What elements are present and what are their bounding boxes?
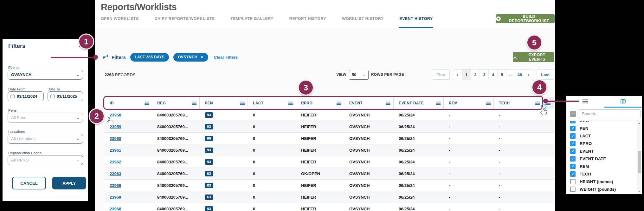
records-count-unit: RECORDS [115,72,136,77]
pagination-page-1[interactable]: 1 [462,69,471,80]
pen-badge: 93 [205,148,213,153]
export-events-button[interactable]: EXPORT EVENTS [513,52,554,62]
page-title: Reports/Worklists [101,2,177,12]
column-menu-icon[interactable] [535,102,540,105]
column-option-pen[interactable]: ✓PEN [570,124,637,132]
checkbox-checked[interactable]: ✓ [570,156,576,162]
column-menu-icon[interactable] [288,102,293,105]
column-option-rem[interactable]: ✓REM [570,162,637,170]
column-option-height-inches[interactable]: HEIGHT (inches) [570,178,637,185]
column-menu-icon[interactable] [386,102,390,105]
column-header-label: REM [449,101,458,105]
scrollbar-thumb[interactable] [638,151,641,173]
checkbox-checked[interactable]: ✓ [570,133,576,139]
pens-select[interactable]: All Pens ⌄ [8,113,83,122]
table-row: 23963840003205769...630OK/OPENOVSYNCH06/… [105,168,554,180]
animal-id-link[interactable]: 23963 [110,171,121,176]
events-select[interactable]: OVSYNCH ⌄ [8,70,83,80]
column-option-rpro[interactable]: ✓RPRO [570,140,637,147]
checkbox-checked[interactable]: ✓ [570,121,576,123]
chevron-down-icon: ⌄ [76,115,80,120]
column-option-lact[interactable]: ✓LACT [570,132,637,140]
tab-worklist-history[interactable]: WORKLIST HISTORY [342,16,383,28]
column-header-lact[interactable]: LACT [248,97,296,109]
cell-rem: - [444,168,494,179]
column-header-rem[interactable]: REM [444,97,494,109]
scrollbar[interactable]: ▲ ▼ [637,121,641,194]
tab-event-history[interactable]: EVENT HISTORY [399,16,433,28]
filter-icon[interactable] [102,55,108,60]
pagination-next-button[interactable]: › [524,69,533,80]
cell-reg: 840003205769... [152,191,200,203]
column-menu-icon[interactable] [436,102,441,105]
lactations-select[interactable]: All Lactations ⌄ [8,134,83,144]
column-option-event-date[interactable]: ✓EVENT DATE [570,155,637,162]
callout-badge-2: 2 [90,109,104,123]
animal-id-link[interactable]: 23960 [110,136,121,141]
column-option-tech[interactable]: ✓TECH [570,170,637,178]
column-header-rpro[interactable]: RPRO [296,97,344,109]
pagination-ellipsis[interactable]: ... [506,69,515,80]
checkbox-checked[interactable]: ✓ [570,126,576,131]
tab-dairy-reports-worklists[interactable]: DAIRY REPORTS/WORKLISTS [155,16,215,28]
date-to-field[interactable]: 03/11/2025 [48,91,83,101]
animal-id-link[interactable]: 23961 [110,148,121,153]
animal-id-link[interactable]: 23969 [110,195,121,200]
filter-chip-last-365-days[interactable]: LAST 365 DAYS [130,53,169,62]
column-menu-icon[interactable] [192,102,196,105]
column-option-weight-pounds[interactable]: WEIGHT (pounds) [570,185,637,193]
checkbox-checked[interactable]: ✓ [570,171,576,177]
divider [8,197,83,197]
chip-close-icon[interactable]: ✕ [200,55,204,60]
select-all-checkbox[interactable] [570,111,576,117]
cell-pen: 99 [200,133,248,144]
apply-button[interactable]: APPLY [52,177,86,189]
date-from-field[interactable]: 03/11/2024 [8,91,44,101]
tab-columns[interactable] [604,96,642,107]
column-menu-icon[interactable] [337,102,341,105]
row-settings-spacer [543,121,554,132]
scroll-down-icon[interactable]: ▼ [637,189,641,194]
column-header-event[interactable]: EVENT [344,97,394,109]
pagination-page-3[interactable]: 3 [480,69,489,80]
build-report-worklist-button[interactable]: BUILD REPORT/WORKLIST [496,14,555,23]
rows-per-page-select[interactable]: 50 ⌄ [349,70,369,80]
column-search-input[interactable] [579,109,641,118]
checkbox-checked[interactable]: ✓ [570,164,576,169]
animal-id-link[interactable]: 23966 [110,183,121,188]
checkbox-unchecked[interactable] [570,179,576,184]
tab-report-history[interactable]: REPORT HISTORY [289,16,326,28]
rows-per-page-value: 50 [352,72,356,77]
pagination-first-button[interactable]: First [432,69,450,80]
tab-template-gallery[interactable]: TEMPLATE GALLERY [230,16,274,28]
column-header-id[interactable]: ID [105,97,152,109]
pagination-page-4[interactable]: 4 [489,69,498,80]
checkbox-checked[interactable]: ✓ [570,148,576,154]
column-option-reg[interactable]: ✓REG [570,121,637,124]
pagination-page-5[interactable]: 5 [498,69,506,80]
pagination-page-46[interactable]: 46 [515,69,524,80]
animal-id-link[interactable]: 23962 [110,160,121,164]
column-header-reg[interactable]: REG [152,97,200,109]
column-option-event[interactable]: ✓EVENT [570,147,637,155]
clear-filters-link[interactable]: Clear Filters [214,55,238,60]
column-header-pen[interactable]: PEN [200,97,248,109]
column-menu-icon[interactable] [145,102,149,105]
filter-chip-ovsynch[interactable]: OVSYNCH✕ [173,53,208,62]
column-header-event-date[interactable]: EVENT DATE [394,97,444,109]
cancel-button[interactable]: CANCEL [12,177,46,189]
column-header-tech[interactable]: TECH [494,97,543,109]
checkbox-unchecked[interactable] [570,187,576,192]
column-menu-icon[interactable] [240,102,245,105]
scroll-up-icon[interactable]: ▲ [637,121,641,126]
pagination-page-2[interactable]: 2 [471,69,480,80]
pagination-last-button[interactable]: Last [537,69,554,80]
pagination-prev-button[interactable]: ‹ [453,69,462,80]
cell-rpro: HEIFER [296,121,344,132]
checkbox-checked[interactable]: ✓ [570,141,576,146]
animal-id-link[interactable]: 23968 [110,207,121,211]
tab-open-worklists[interactable]: OPEN WORKLISTS [101,16,139,28]
reproduction-codes-select[interactable]: All RPRO ⌄ [8,155,83,165]
column-header-label: RPRO [301,101,312,105]
column-menu-icon[interactable] [486,102,491,105]
